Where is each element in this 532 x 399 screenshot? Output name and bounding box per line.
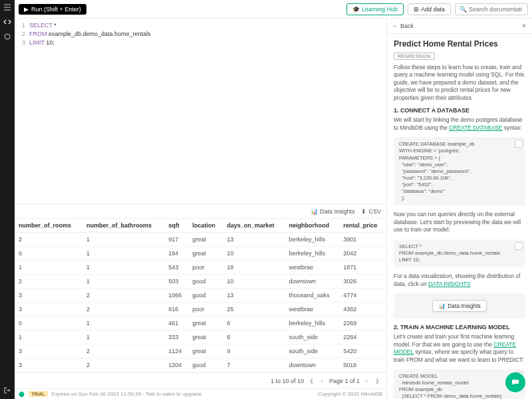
- guide-title: Predict Home Rental Prices: [394, 39, 525, 49]
- cap-icon: 🎓: [352, 6, 360, 13]
- hamburger-icon[interactable]: [3, 3, 12, 12]
- svg-point-0: [5, 34, 10, 39]
- logout-icon[interactable]: [3, 386, 12, 395]
- data-insights-link[interactable]: DATA INSIGHTS: [428, 281, 470, 287]
- column-header: number_of_rooms: [15, 219, 82, 233]
- copy-icon[interactable]: [515, 242, 523, 250]
- table-row: 21503good10downtown3026: [15, 275, 386, 289]
- trial-badge: TRIAL: [29, 391, 48, 397]
- add-data-button[interactable]: ⊞ Add data: [408, 3, 451, 15]
- run-button[interactable]: ▶ Run (Shift + Enter): [19, 4, 86, 15]
- regression-tag: REGRESSION: [394, 53, 435, 60]
- table-row: 01194great10berkeley_hills2042: [15, 247, 386, 261]
- table-row: 11333great6south_side2284: [15, 331, 386, 344]
- section-1: 1. CONNECT A DATABASE: [394, 107, 525, 114]
- code-tab-icon[interactable]: [3, 17, 12, 27]
- play-icon: ▶: [24, 6, 29, 13]
- column-header: rental_price: [339, 219, 386, 233]
- data-insights-button[interactable]: 📊Data Insights: [432, 300, 487, 312]
- table-row: 21917great13berkeley_hills3901: [15, 233, 386, 247]
- column-header: location: [188, 219, 223, 233]
- table-row: 321066good13thousand_oaks4774: [15, 289, 386, 303]
- pager-prev[interactable]: ‹: [319, 378, 325, 384]
- table-row: 321124great9south_side5420: [15, 344, 386, 358]
- database-icon: ⊞: [414, 6, 419, 13]
- chat-button[interactable]: [505, 372, 525, 392]
- chart-icon: 📊: [438, 303, 446, 309]
- table-row: 01461great6berkeley_hills2269: [15, 317, 386, 331]
- table-row: 32816poor25westbrae4382: [15, 303, 386, 317]
- sql-editor[interactable]: 123 SELECT *FROM example_db.demo_data.ho…: [15, 19, 386, 50]
- code-block-1: CREATE DATABASE example_db WITH ENGINE =…: [394, 137, 525, 205]
- search-input[interactable]: 🔍: [455, 3, 528, 15]
- data-insights-link[interactable]: 📊Data Insights: [311, 208, 355, 215]
- column-header: days_on_market: [223, 219, 285, 233]
- table-row: 11543poor18westbrae1871: [15, 261, 386, 275]
- model-tab-icon[interactable]: [3, 32, 12, 41]
- run-label: Run (Shift + Enter): [31, 6, 81, 13]
- pager-last[interactable]: ⟫: [374, 378, 381, 384]
- pager-first[interactable]: ⟪: [308, 378, 315, 384]
- section-2: 2. TRAIN A MACHINE LEARNING MODEL: [394, 324, 525, 331]
- code-block-2: SELECT * FROM example_db.demo_data.home_…: [394, 239, 525, 267]
- learning-hub-button[interactable]: 🎓 Learning Hub: [346, 3, 404, 15]
- search-icon: 🔍: [460, 6, 467, 13]
- close-panel-button[interactable]: ✕: [521, 23, 527, 29]
- download-icon: ⬇: [361, 208, 366, 215]
- pager-next[interactable]: ›: [364, 378, 370, 384]
- csv-export-link[interactable]: ⬇CSV: [361, 208, 381, 215]
- chart-icon: 📊: [311, 208, 318, 215]
- column-header: neighborhood: [285, 219, 339, 233]
- results-table: number_of_roomsnumber_of_bathroomssqftlo…: [15, 218, 386, 372]
- create-database-link[interactable]: CREATE DATABASE: [449, 124, 502, 131]
- guide-intro: Follow these steps to learn how to creat…: [394, 64, 525, 102]
- pager: 1 to 10 of 10 ⟪ ‹ Page 1 of 1 › ⟫: [15, 372, 386, 388]
- copy-icon[interactable]: [515, 140, 523, 148]
- column-header: sqft: [164, 219, 188, 233]
- table-row: 321204good7downtown5016: [15, 358, 386, 372]
- column-header: number_of_bathrooms: [82, 219, 164, 233]
- back-button[interactable]: ← Back: [392, 23, 414, 29]
